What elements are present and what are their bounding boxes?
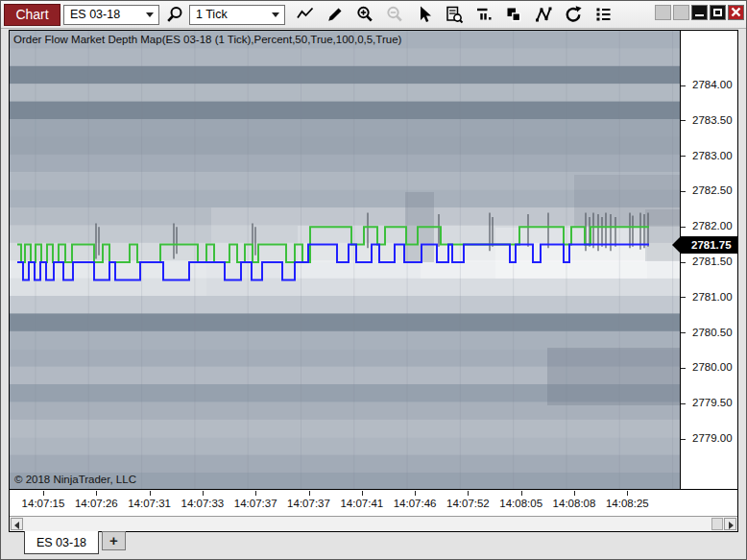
chart-panel-icon — [474, 5, 494, 24]
time-tick — [415, 491, 416, 496]
chevron-down-icon — [272, 12, 279, 17]
polyline-icon — [534, 5, 553, 24]
triangle-right-icon — [729, 522, 734, 529]
price-tick — [681, 262, 686, 263]
chevron-down-icon — [146, 12, 154, 17]
scrollbar-thumb[interactable] — [711, 518, 723, 530]
maximize-button[interactable] — [710, 5, 726, 20]
current-price-marker: 2781.75 — [681, 236, 737, 254]
chart-menu-button[interactable]: Chart — [4, 4, 60, 26]
time-label: 14:08:05 — [493, 498, 550, 509]
interval-value: 1 Tick — [196, 8, 228, 21]
close-button[interactable] — [728, 5, 744, 20]
zoom-out-icon — [385, 5, 404, 24]
instrument-value: ES 03-18 — [70, 8, 120, 21]
price-label: 2783.00 — [692, 150, 733, 161]
chart-panel-button[interactable] — [472, 4, 495, 25]
chart-style-button[interactable] — [294, 4, 317, 25]
indicator-label: Order Flow Market Depth Map(ES 03-18 (1 … — [13, 34, 401, 45]
time-tick — [362, 491, 363, 496]
time-tick — [627, 491, 628, 496]
price-label: 2782.50 — [692, 184, 733, 196]
instrument-search-button[interactable] — [163, 4, 186, 25]
price-tick — [681, 156, 686, 157]
tab-es-03-18[interactable]: ES 03-18 — [24, 531, 99, 554]
close-icon — [729, 6, 743, 18]
price-tick — [681, 439, 686, 440]
depth-map-canvas — [10, 31, 680, 489]
price-marker-arrow-icon — [672, 236, 681, 254]
time-label: 14:07:46 — [386, 498, 444, 509]
properties-list-icon — [593, 5, 613, 24]
time-label: 14:07:37 — [227, 498, 284, 509]
time-tick — [521, 491, 522, 496]
price-tick — [681, 332, 686, 333]
data-box-button[interactable] — [443, 4, 466, 25]
triangle-left-icon — [14, 522, 19, 529]
price-label: 2781.00 — [692, 291, 733, 303]
scroll-right-button[interactable] — [724, 518, 736, 530]
time-label: 14:07:52 — [439, 498, 496, 509]
chart-plot-area[interactable]: Order Flow Market Depth Map(ES 03-18 (1 … — [10, 31, 680, 489]
price-tick — [681, 403, 686, 404]
time-label: 14:07:33 — [174, 498, 231, 509]
price-label: 2783.50 — [692, 114, 733, 126]
time-label: 14:07:37 — [280, 498, 338, 509]
scroll-left-button[interactable] — [11, 518, 23, 530]
price-tick — [681, 191, 686, 192]
window-extra-button-2[interactable] — [673, 5, 689, 20]
zoom-in-icon — [355, 5, 374, 24]
price-label: 2780.50 — [692, 327, 733, 338]
time-tick — [96, 491, 97, 496]
chart-panel: Order Flow Market Depth Map(ES 03-18 (1 … — [9, 30, 738, 532]
cursor-button[interactable] — [413, 4, 436, 25]
price-label: 2779.50 — [692, 397, 733, 408]
price-tick — [681, 85, 686, 86]
price-label: 2782.00 — [692, 220, 733, 231]
copyright-text: © 2018 NinjaTrader, LLC — [14, 474, 136, 485]
horizontal-scrollbar[interactable] — [10, 516, 737, 531]
time-label: 14:08:25 — [598, 498, 656, 509]
price-tick — [681, 368, 686, 369]
tab-bar: ES 03-18 + — [9, 531, 736, 558]
stacked-windows-button[interactable] — [502, 4, 525, 25]
maximize-icon — [713, 9, 722, 16]
price-tick — [681, 227, 686, 228]
pencil-icon — [325, 5, 345, 24]
toolbar-icons — [294, 4, 614, 25]
price-label: 2779.00 — [692, 432, 733, 444]
reload-button[interactable] — [562, 4, 585, 25]
price-axis[interactable]: 2781.75 2784.002783.502783.002782.502782… — [680, 31, 737, 489]
time-label: 14:07:15 — [14, 498, 72, 509]
window-extra-button-1[interactable] — [655, 5, 671, 20]
minimize-button[interactable] — [691, 5, 708, 20]
current-price-label: 2781.75 — [691, 239, 732, 251]
time-label: 14:07:31 — [121, 498, 179, 509]
price-tick — [681, 120, 686, 121]
polyline-button[interactable] — [532, 4, 555, 25]
time-tick — [574, 491, 575, 496]
interval-selector[interactable]: 1 Tick — [189, 5, 285, 25]
window-buttons — [655, 5, 744, 20]
instrument-selector[interactable]: ES 03-18 — [63, 5, 159, 25]
zoom-out-button[interactable] — [383, 4, 406, 25]
properties-list-button[interactable] — [591, 4, 614, 25]
time-tick — [309, 491, 310, 496]
time-tick — [255, 491, 256, 496]
data-box-icon — [445, 5, 464, 24]
price-tick — [681, 297, 686, 298]
price-label: 2781.50 — [692, 256, 733, 267]
search-icon — [165, 5, 184, 24]
zoom-in-button[interactable] — [353, 4, 376, 25]
time-label: 14:07:41 — [333, 498, 391, 509]
minimize-icon — [695, 14, 704, 16]
chart-window: Chart ES 03-18 1 Tick — [0, 0, 747, 560]
drawing-tools-button[interactable] — [324, 4, 347, 25]
title-bar[interactable]: Chart ES 03-18 1 Tick — [1, 1, 746, 29]
price-label: 2780.00 — [692, 361, 733, 373]
reload-icon — [564, 5, 583, 24]
time-tick — [468, 491, 469, 496]
time-label: 14:07:26 — [67, 498, 125, 509]
time-axis[interactable]: 14:07:1514:07:2614:07:3114:07:3314:07:37… — [10, 489, 737, 516]
add-tab-button[interactable]: + — [102, 531, 126, 550]
